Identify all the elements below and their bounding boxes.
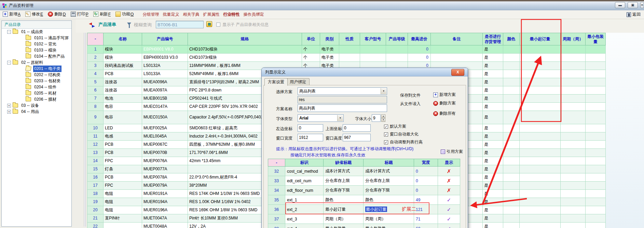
- table-cell[interactable]: [561, 206, 586, 214]
- column-header[interactable]: -: [87, 33, 104, 45]
- table-cell[interactable]: [386, 45, 408, 54]
- left-coord-input[interactable]: [298, 124, 323, 132]
- table-cell[interactable]: 是: [483, 78, 503, 86]
- table-cell[interactable]: 10: [87, 124, 104, 132]
- table-cell[interactable]: [503, 223, 520, 228]
- column-header[interactable]: 单位: [302, 33, 320, 45]
- table-cell[interactable]: 17: [87, 182, 104, 190]
- table-cell[interactable]: [561, 62, 586, 70]
- column-header[interactable]: 规格: [188, 33, 302, 45]
- table-cell[interactable]: MUEP0076A: [142, 157, 188, 165]
- table-cell[interactable]: 9: [87, 111, 104, 124]
- table-cell[interactable]: [360, 54, 386, 62]
- table-cell[interactable]: 模块: [104, 45, 142, 54]
- table-cell[interactable]: 是: [483, 103, 503, 111]
- chevron-down-icon[interactable]: ▼: [337, 115, 343, 121]
- table-cell[interactable]: [586, 214, 606, 223]
- grid-cell[interactable]: 周期（周）: [324, 214, 364, 224]
- table-cell[interactable]: [386, 54, 408, 62]
- table-cell[interactable]: [520, 223, 561, 228]
- grid-cell[interactable]: 最小包装量: [364, 224, 414, 228]
- table-cell[interactable]: 电容: [104, 103, 142, 111]
- table-cell[interactable]: [561, 141, 586, 149]
- table-cell[interactable]: [561, 132, 586, 141]
- grid-column-header[interactable]: 标题: [364, 159, 414, 167]
- table-cell[interactable]: 个: [302, 45, 320, 54]
- table-cell[interactable]: [586, 86, 606, 95]
- table-cell[interactable]: 7: [87, 95, 104, 103]
- tree-expander[interactable]: +: [7, 104, 11, 108]
- table-cell[interactable]: [431, 54, 483, 62]
- table-cell[interactable]: [520, 190, 561, 198]
- table-cell[interactable]: [520, 62, 561, 70]
- table-cell[interactable]: 3: [87, 62, 104, 70]
- grid-cell[interactable]: 37: [268, 214, 285, 224]
- table-cell[interactable]: [561, 157, 586, 165]
- table-cell[interactable]: [561, 182, 586, 190]
- table-cell[interactable]: 电子类: [320, 45, 339, 54]
- table-cell[interactable]: 是: [483, 198, 503, 206]
- table-cell[interactable]: [503, 190, 520, 198]
- grid-cell[interactable]: 分仓库存上限: [364, 176, 414, 186]
- table-cell[interactable]: 电阻: [104, 190, 142, 198]
- table-cell[interactable]: 直PIN针: [104, 214, 142, 223]
- table-cell[interactable]: 是: [483, 214, 503, 223]
- table-cell[interactable]: [520, 54, 561, 62]
- grid-cell[interactable]: 分仓库存上限: [324, 176, 364, 186]
- grid-cell[interactable]: edt_ceil_num: [285, 176, 324, 186]
- grid-cell[interactable]: 分仓库存下限: [364, 186, 414, 195]
- table-cell[interactable]: 0: [408, 45, 431, 54]
- table-cell[interactable]: MUET0048A: [142, 223, 188, 228]
- grid-cell[interactable]: ext_3: [285, 214, 324, 224]
- table-cell[interactable]: [561, 165, 586, 173]
- grid-cell[interactable]: 最小起订量: [324, 205, 364, 214]
- table-cell[interactable]: LED: [104, 124, 142, 132]
- table-cell[interactable]: [503, 173, 520, 182]
- grid-cell[interactable]: 成本计算方式: [324, 167, 364, 176]
- table-cell[interactable]: [503, 198, 520, 206]
- grid-cell[interactable]: 49: [414, 195, 438, 205]
- table-cell[interactable]: [520, 141, 561, 149]
- menu-行业特性[interactable]: 行业特性: [223, 12, 239, 17]
- grid-cell[interactable]: ext_2: [285, 205, 324, 214]
- tree-item[interactable]: +03 -- 设备: [2, 102, 71, 109]
- table-cell[interactable]: [520, 149, 561, 157]
- table-cell[interactable]: [561, 70, 586, 78]
- grid-cell[interactable]: 0: [414, 167, 438, 176]
- table-cell[interactable]: [561, 103, 586, 111]
- grid-column-header[interactable]: 显示: [438, 159, 460, 167]
- grid-cell[interactable]: 33: [268, 176, 285, 186]
- table-cell[interactable]: [586, 70, 606, 78]
- return-button[interactable]: 返回: [627, 12, 641, 17]
- maximize-button[interactable]: ▣: [628, 2, 638, 8]
- tree-item[interactable]: -02 -- 原材料: [2, 59, 71, 66]
- table-cell[interactable]: [561, 78, 586, 86]
- grid-column-header[interactable]: 宽度: [414, 159, 438, 167]
- table-cell[interactable]: [520, 198, 561, 206]
- table-cell[interactable]: 是: [483, 182, 503, 190]
- table-cell[interactable]: [561, 124, 586, 132]
- delete-all-button[interactable]: 删除所有: [433, 111, 456, 116]
- table-cell[interactable]: PCB: [104, 70, 142, 78]
- column-header[interactable]: 备注: [431, 33, 483, 45]
- table-cell[interactable]: 电容: [104, 111, 142, 124]
- grid-cell[interactable]: 0: [414, 186, 438, 195]
- dialog-checkbox[interactable]: ✓窗口自动最大化: [384, 132, 423, 137]
- grid-row[interactable]: 37ext_3周期（周）周期（周）71✓: [268, 214, 460, 224]
- table-cell[interactable]: [503, 141, 520, 149]
- table-cell[interactable]: [586, 78, 606, 86]
- table-cell[interactable]: [503, 124, 520, 132]
- table-cell[interactable]: MUEP0078A: [142, 173, 188, 182]
- table-cell[interactable]: 电阻: [104, 206, 142, 214]
- font-type-combobox[interactable]: Arial ▼: [298, 114, 344, 122]
- new-scheme-button[interactable]: 新增方案: [433, 92, 456, 98]
- show-sub-catalog-checkbox[interactable]: [216, 23, 220, 27]
- table-cell[interactable]: 是: [483, 86, 503, 95]
- table-cell[interactable]: [586, 198, 606, 206]
- table-cell[interactable]: MUEA0096A: [142, 78, 188, 86]
- product-list-tab[interactable]: 产品清单: [98, 22, 116, 28]
- table-cell[interactable]: [520, 182, 561, 190]
- table-cell[interactable]: [503, 111, 520, 124]
- tree-item[interactable]: 0104 -- 配件产品: [2, 53, 71, 59]
- table-cell[interactable]: [561, 111, 586, 124]
